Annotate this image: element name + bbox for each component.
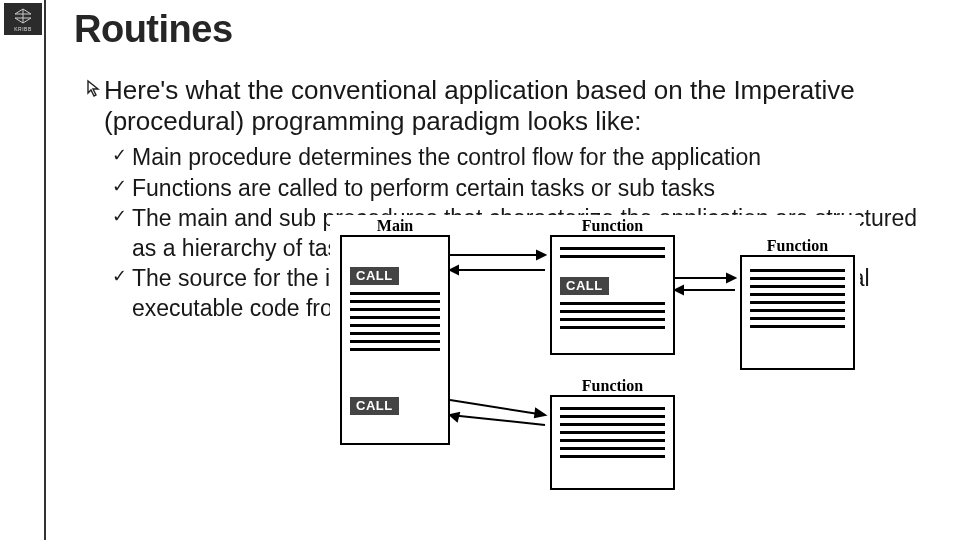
arrow — [675, 270, 740, 300]
side-stripe: KRIBB — [0, 0, 46, 540]
function-box: Function — [740, 255, 855, 370]
check-icon: ✓ — [112, 204, 132, 229]
page-title: Routines — [74, 8, 936, 51]
svg-marker-12 — [535, 409, 545, 417]
intro-row: Here's what the conventional application… — [86, 75, 936, 137]
list-item: ✓ Functions are called to perform certai… — [112, 174, 936, 203]
check-icon: ✓ — [112, 264, 132, 289]
svg-marker-10 — [675, 286, 683, 294]
logo-caption: KRIBB — [14, 26, 32, 32]
check-icon: ✓ — [112, 143, 132, 168]
function-label: Function — [767, 237, 828, 255]
function-label: Function — [582, 377, 643, 395]
main-box: Main CALL CALL — [340, 235, 450, 445]
function-box: Function — [550, 395, 675, 490]
call-tag: CALL — [350, 397, 399, 415]
call-tag: CALL — [560, 277, 609, 295]
svg-marker-4 — [537, 251, 545, 259]
intro-text: Here's what the conventional application… — [104, 75, 936, 137]
pointer-icon — [86, 75, 104, 105]
main-label: Main — [377, 217, 413, 235]
logo: KRIBB — [4, 3, 42, 35]
svg-line-13 — [450, 415, 545, 425]
bullet-text: Main procedure determines the control fl… — [132, 143, 936, 172]
procedure-diagram: Main CALL CALL Function CALL Function Fu… — [330, 215, 860, 445]
svg-marker-14 — [450, 413, 459, 421]
svg-line-11 — [450, 400, 545, 415]
call-tag: CALL — [350, 267, 399, 285]
svg-marker-6 — [450, 266, 458, 274]
bullet-text: Functions are called to perform certain … — [132, 174, 936, 203]
check-icon: ✓ — [112, 174, 132, 199]
function-box: Function CALL — [550, 235, 675, 355]
list-item: ✓ Main procedure determines the control … — [112, 143, 936, 172]
function-label: Function — [582, 217, 643, 235]
svg-marker-8 — [727, 274, 735, 282]
arrow — [450, 390, 550, 430]
arrow — [450, 245, 550, 285]
